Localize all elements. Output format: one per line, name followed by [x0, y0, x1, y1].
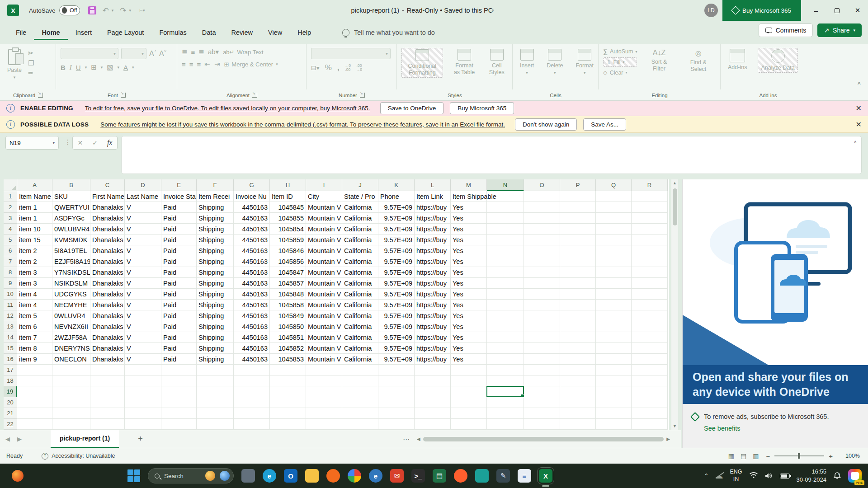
cell-O3[interactable] [524, 213, 560, 224]
cell-F3[interactable]: Shipping [197, 213, 234, 224]
cell-R12[interactable] [632, 310, 668, 321]
format-cells-button[interactable]: Format ▾ [573, 48, 596, 76]
cell-B16[interactable]: ONECLON [52, 354, 90, 365]
cell-I11[interactable]: Mountain V [306, 300, 342, 310]
volume-icon[interactable] [765, 472, 773, 479]
cell-C19[interactable] [90, 386, 125, 397]
cell-C17[interactable] [90, 365, 125, 375]
cell-B4[interactable]: 0WLUBVR4 [52, 224, 90, 235]
align-bottom-icon[interactable]: ≣ [198, 48, 204, 56]
cell-A9[interactable]: item 3 [17, 278, 52, 289]
horizontal-scroll-thumb[interactable] [423, 437, 664, 441]
cell-Q7[interactable] [596, 256, 632, 267]
cell-F21[interactable] [197, 408, 234, 419]
cell-B3[interactable]: ASDFYGc [52, 213, 90, 224]
cell-P11[interactable] [560, 300, 596, 310]
cell-N21[interactable] [487, 408, 524, 419]
save-as-button[interactable]: Save As... [583, 118, 626, 131]
collapse-ribbon-icon[interactable]: ˄ [857, 80, 861, 87]
cell-I18[interactable] [306, 375, 342, 386]
cell-A2[interactable]: item 1 [17, 202, 52, 213]
cell-A20[interactable] [17, 397, 52, 408]
tab-view[interactable]: View [260, 25, 290, 40]
cell-Q6[interactable] [596, 245, 632, 256]
cell-P2[interactable] [560, 202, 596, 213]
cell-J16[interactable]: California [342, 354, 378, 365]
cell-K3[interactable]: 9.57E+09 [378, 213, 415, 224]
cell-P4[interactable] [560, 224, 596, 235]
cell-K16[interactable]: 9.57E+09 [378, 354, 415, 365]
cell-O15[interactable] [524, 343, 560, 354]
cell-A19[interactable] [17, 386, 52, 397]
teams-teal-icon[interactable] [475, 469, 489, 483]
cell-K20[interactable] [378, 397, 415, 408]
cell-L6[interactable]: https://buy [415, 245, 451, 256]
row-header-16[interactable]: 16 [4, 354, 17, 365]
row-header-15[interactable]: 15 [4, 343, 17, 354]
selected-cell-outline[interactable] [486, 386, 524, 397]
next-sheet-icon[interactable]: ▶ [12, 436, 27, 442]
cell-F1[interactable]: Item Recei [197, 191, 234, 202]
cell-J17[interactable] [342, 365, 378, 375]
cell-A16[interactable]: item 9 [17, 354, 52, 365]
language-indicator[interactable]: ENG IN [730, 469, 742, 483]
cell-M19[interactable] [451, 386, 487, 397]
cell-styles-button[interactable]: Cell Styles [486, 48, 508, 78]
see-benefits-link[interactable]: See benefits [704, 424, 829, 434]
cell-P12[interactable] [560, 310, 596, 321]
cell-C14[interactable]: Dhanalaks [90, 332, 125, 343]
fill-color-caret-icon[interactable]: ▾ [118, 65, 120, 70]
cell-A17[interactable] [17, 365, 52, 375]
cell-K18[interactable] [378, 375, 415, 386]
cell-B2[interactable]: QWERTYUI [52, 202, 90, 213]
vertical-scroll-thumb[interactable] [673, 188, 677, 225]
cell-B7[interactable]: EZJF5I8A19 [52, 256, 90, 267]
delete-cells-button[interactable]: Delete ▾ [544, 48, 566, 76]
row-header-4[interactable]: 4 [4, 224, 17, 235]
cell-K10[interactable]: 9.57E+09 [378, 289, 415, 300]
cell-R8[interactable] [632, 267, 668, 278]
cell-E8[interactable]: Paid [161, 267, 197, 278]
cell-M12[interactable]: Yes [451, 310, 487, 321]
cell-P1[interactable] [560, 191, 596, 202]
scroll-left-icon[interactable]: ◀ [417, 436, 420, 441]
cell-M21[interactable] [451, 408, 487, 419]
cell-G6[interactable]: 4450163 [234, 245, 270, 256]
cell-H13[interactable]: 1045850 [270, 321, 306, 332]
cell-K1[interactable]: Phone [378, 191, 415, 202]
enter-icon[interactable]: ✓ [92, 139, 98, 146]
cell-J11[interactable]: California [342, 300, 378, 310]
new-sheet-icon[interactable]: + [138, 434, 143, 444]
cell-F7[interactable]: Shipping [197, 256, 234, 267]
page-break-view-icon[interactable]: ▥ [753, 452, 759, 460]
align-middle-icon[interactable]: ≡ [191, 48, 195, 56]
cell-H17[interactable] [270, 365, 306, 375]
cell-F19[interactable] [197, 386, 234, 397]
cell-O5[interactable] [524, 235, 560, 245]
cell-I17[interactable] [306, 365, 342, 375]
cell-D17[interactable] [125, 365, 161, 375]
cell-K22[interactable] [378, 419, 415, 430]
cell-Q13[interactable] [596, 321, 632, 332]
clear-button[interactable]: ◇Clear▾ [603, 69, 637, 76]
column-header-P[interactable]: P [560, 179, 596, 191]
column-header-M[interactable]: M [451, 179, 487, 191]
cell-M1[interactable]: Item Shippable [451, 191, 487, 202]
terminal-icon[interactable]: >_ [411, 469, 425, 483]
cell-A4[interactable]: item 10 [17, 224, 52, 235]
autosum-button[interactable]: ∑AutoSum▾ [603, 48, 637, 55]
cell-K19[interactable] [378, 386, 415, 397]
row-header-19[interactable]: 19 [4, 386, 17, 397]
cell-M10[interactable]: Yes [451, 289, 487, 300]
cell-I10[interactable]: Mountain V [306, 289, 342, 300]
normal-view-icon[interactable]: ▦ [728, 452, 734, 460]
cell-Q11[interactable] [596, 300, 632, 310]
cell-I9[interactable]: Mountain V [306, 278, 342, 289]
cell-F14[interactable]: Shipping [197, 332, 234, 343]
fill-button[interactable]: ⇩Fill▾ [603, 57, 637, 67]
cell-M2[interactable]: Yes [451, 202, 487, 213]
format-as-table-button[interactable]: Format as Table [449, 48, 480, 78]
cell-B22[interactable] [52, 419, 90, 430]
row-header-21[interactable]: 21 [4, 408, 17, 419]
account-avatar[interactable]: LD [704, 4, 718, 17]
